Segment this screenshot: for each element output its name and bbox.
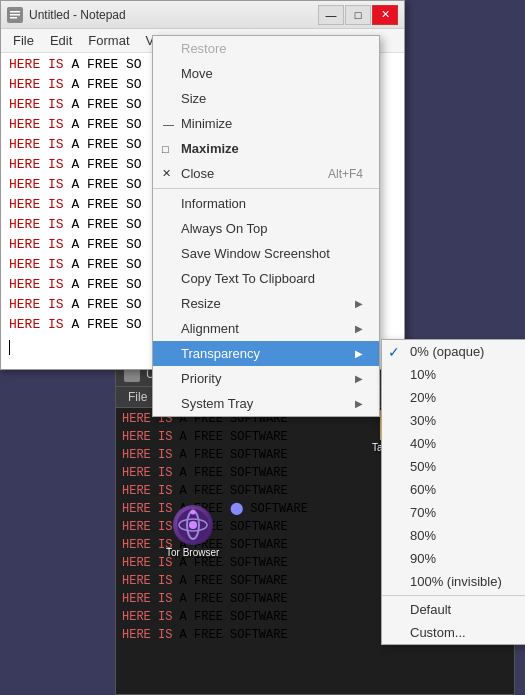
main-notepad-title: Untitled - Notepad xyxy=(29,8,312,22)
close-label: Close xyxy=(181,166,328,181)
label-20: 20% xyxy=(410,390,436,405)
maximize-button[interactable]: □ xyxy=(345,5,371,25)
menu-format[interactable]: Format xyxy=(80,31,137,50)
transparency-arrow: ▶ xyxy=(355,348,363,359)
move-label: Move xyxy=(181,66,363,81)
close-button[interactable]: ✕ xyxy=(372,5,398,25)
maximize-square: □ xyxy=(162,143,169,155)
svg-point-3 xyxy=(189,521,197,529)
label-90: 90% xyxy=(410,551,436,566)
maximize-label: Maximize xyxy=(181,141,363,156)
size-label: Size xyxy=(181,91,363,106)
transparency-option-100[interactable]: 100% (invisible) xyxy=(382,570,525,593)
main-notepad-titlebar: Untitled - Notepad — □ ✕ xyxy=(1,1,404,29)
menu-item-size[interactable]: Size xyxy=(153,86,379,111)
menu-item-always-on-top[interactable]: Always On Top xyxy=(153,216,379,241)
menu-item-close[interactable]: ✕ Close Alt+F4 xyxy=(153,161,379,186)
svg-rect-11 xyxy=(10,14,20,16)
menu-item-restore[interactable]: Restore xyxy=(153,36,379,61)
transparency-label: Transparency xyxy=(181,346,355,361)
menu-item-save-screenshot[interactable]: Save Window Screenshot xyxy=(153,241,379,266)
label-10: 10% xyxy=(410,367,436,382)
transparency-option-90[interactable]: 90% xyxy=(382,547,525,570)
menu-item-information[interactable]: Information xyxy=(153,191,379,216)
cursor xyxy=(9,340,10,355)
label-default: Default xyxy=(410,602,451,617)
menu-item-maximize[interactable]: □ Maximize xyxy=(153,136,379,161)
label-100: 100% (invisible) xyxy=(410,574,502,589)
transparency-option-0[interactable]: ✓ 0% (opaque) xyxy=(382,340,525,363)
minimize-button[interactable]: — xyxy=(318,5,344,25)
label-custom: Custom... xyxy=(410,625,466,640)
label-70: 70% xyxy=(410,505,436,520)
close-x: ✕ xyxy=(162,167,171,180)
transparency-option-10[interactable]: 10% xyxy=(382,363,525,386)
menu-item-minimize[interactable]: — Minimize xyxy=(153,111,379,136)
tor-browser-icon[interactable]: Tor Browser xyxy=(166,505,219,558)
menu-item-priority[interactable]: Priority ▶ xyxy=(153,366,379,391)
menu-item-move[interactable]: Move xyxy=(153,61,379,86)
copy-text-label: Copy Text To Clipboard xyxy=(181,271,363,286)
check-0: ✓ xyxy=(388,344,400,360)
minimize-dash: — xyxy=(163,118,174,130)
menu-item-system-tray[interactable]: System Tray ▶ xyxy=(153,391,379,416)
label-80: 80% xyxy=(410,528,436,543)
menu-item-copy-text[interactable]: Copy Text To Clipboard xyxy=(153,266,379,291)
bg-menu-file[interactable]: File xyxy=(124,389,151,405)
tor-icon-img xyxy=(173,505,213,545)
menu-separator-1 xyxy=(153,188,379,189)
save-screenshot-label: Save Window Screenshot xyxy=(181,246,363,261)
transparency-option-70[interactable]: 70% xyxy=(382,501,525,524)
transparency-option-custom[interactable]: Custom... xyxy=(382,621,525,644)
transparency-option-default[interactable]: Default xyxy=(382,598,525,621)
minimize-label: Minimize xyxy=(181,116,363,131)
label-60: 60% xyxy=(410,482,436,497)
priority-arrow: ▶ xyxy=(355,373,363,384)
menu-item-resize[interactable]: Resize ▶ xyxy=(153,291,379,316)
menu-item-alignment[interactable]: Alignment ▶ xyxy=(153,316,379,341)
information-label: Information xyxy=(181,196,363,211)
main-notepad-app-icon xyxy=(7,7,23,23)
menu-item-transparency[interactable]: Transparency ▶ ✓ 0% (opaque) 10% 20% 30%… xyxy=(153,341,379,366)
close-shortcut: Alt+F4 xyxy=(328,167,363,181)
svg-rect-12 xyxy=(10,17,17,19)
label-0: 0% (opaque) xyxy=(410,344,484,359)
resize-arrow: ▶ xyxy=(355,298,363,309)
context-menu: Restore Move Size — Minimize □ Maximize … xyxy=(152,35,380,417)
always-on-top-label: Always On Top xyxy=(181,221,363,236)
transparency-option-20[interactable]: 20% xyxy=(382,386,525,409)
menu-edit[interactable]: Edit xyxy=(42,31,80,50)
submenu-separator xyxy=(382,595,525,596)
svg-point-4 xyxy=(190,510,195,515)
transparency-submenu: ✓ 0% (opaque) 10% 20% 30% 40% 50% 60% xyxy=(381,339,525,645)
label-50: 50% xyxy=(410,459,436,474)
system-tray-arrow: ▶ xyxy=(355,398,363,409)
alignment-label: Alignment xyxy=(181,321,355,336)
restore-label: Restore xyxy=(181,41,363,56)
transparency-option-30[interactable]: 30% xyxy=(382,409,525,432)
transparency-option-40[interactable]: 40% xyxy=(382,432,525,455)
resize-label: Resize xyxy=(181,296,355,311)
transparency-option-80[interactable]: 80% xyxy=(382,524,525,547)
label-40: 40% xyxy=(410,436,436,451)
titlebar-controls: — □ ✕ xyxy=(318,5,398,25)
svg-rect-10 xyxy=(10,11,20,13)
system-tray-label: System Tray xyxy=(181,396,355,411)
priority-label: Priority xyxy=(181,371,355,386)
menu-file[interactable]: File xyxy=(5,31,42,50)
tor-icon-label: Tor Browser xyxy=(166,547,219,558)
label-30: 30% xyxy=(410,413,436,428)
transparency-option-50[interactable]: 50% xyxy=(382,455,525,478)
alignment-arrow: ▶ xyxy=(355,323,363,334)
transparency-option-60[interactable]: 60% xyxy=(382,478,525,501)
